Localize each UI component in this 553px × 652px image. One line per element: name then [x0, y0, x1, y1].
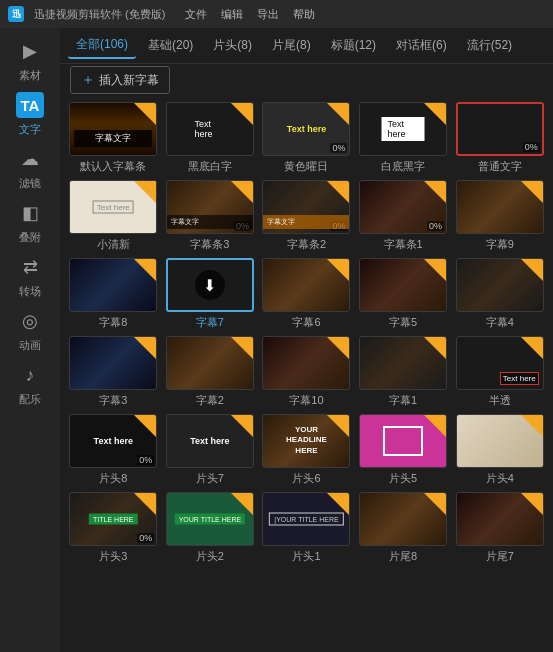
list-item[interactable]: 字幕2 — [165, 336, 256, 408]
menu-help[interactable]: 帮助 — [293, 7, 315, 22]
list-item[interactable]: 字幕1 — [358, 336, 449, 408]
thumb-outro7 — [456, 492, 544, 546]
thumb-sub3b — [69, 336, 157, 390]
list-item[interactable]: Text here 半透 — [454, 336, 545, 408]
download-icon: ⬇ — [195, 270, 225, 300]
sidebar-label-filter: 滤镜 — [19, 176, 41, 191]
sidebar-label-music: 配乐 — [19, 392, 41, 407]
thumb-sub9 — [456, 180, 544, 234]
list-item[interactable]: 片头4 — [454, 414, 545, 486]
item-label: 字幕1 — [389, 393, 417, 408]
menu-bar: 文件 编辑 导出 帮助 — [185, 7, 315, 22]
menu-file[interactable]: 文件 — [185, 7, 207, 22]
thumb-title3: 0% TITLE HERE — [69, 492, 157, 546]
list-item[interactable]: 字幕5 — [358, 258, 449, 330]
list-item[interactable]: 字幕8 — [68, 258, 159, 330]
thumb-halftrans: Text here — [456, 336, 544, 390]
item-label: 片头1 — [292, 549, 320, 564]
thumb-sub1: 0% — [359, 180, 447, 234]
grid-area[interactable]: 字幕文字 默认入字幕条 Text here 黑底白字 Tex — [60, 96, 553, 652]
item-label: 字幕2 — [196, 393, 224, 408]
tab-dialog[interactable]: 对话框(6) — [388, 33, 455, 58]
thumb-sub8 — [69, 258, 157, 312]
tab-title-tail[interactable]: 片尾(8) — [264, 33, 319, 58]
tab-title-head[interactable]: 片头(8) — [205, 33, 260, 58]
item-label: 黑底白字 — [188, 159, 232, 174]
list-item[interactable]: Text here 0% 黄色曜日 — [261, 102, 352, 174]
item-label: 字幕3 — [99, 393, 127, 408]
item-label: 片头7 — [196, 471, 224, 486]
sidebar-item-filter[interactable]: ☁ 滤镜 — [4, 142, 56, 194]
sidebar-label-overlay: 叠附 — [19, 230, 41, 245]
list-item[interactable]: 字幕4 — [454, 258, 545, 330]
play-icon: ▶ — [16, 37, 44, 65]
list-item[interactable]: 字幕10 — [261, 336, 352, 408]
sidebar-item-transition[interactable]: ⇄ 转场 — [4, 250, 56, 302]
thumb-black-white: Text here — [166, 102, 254, 156]
list-item[interactable]: Text here 黑底白字 — [165, 102, 256, 174]
item-label: 片头8 — [99, 471, 127, 486]
menu-edit[interactable]: 编辑 — [221, 7, 243, 22]
list-item[interactable]: 0% 字幕文字 字幕条3 — [165, 180, 256, 252]
list-item[interactable]: 字幕6 — [261, 258, 352, 330]
tab-all[interactable]: 全部(106) — [68, 32, 136, 59]
list-item[interactable]: 0% 字幕条1 — [358, 180, 449, 252]
sidebar-item-material[interactable]: ▶ 素材 — [4, 34, 56, 86]
list-item[interactable]: YOURHEADLINEHERE 片头6 — [261, 414, 352, 486]
list-item[interactable]: 片尾7 — [454, 492, 545, 564]
list-item[interactable]: YOUR TITLE HERE 片头2 — [165, 492, 256, 564]
list-item[interactable]: Text here 片头7 — [165, 414, 256, 486]
item-label: 片头4 — [486, 471, 514, 486]
list-item[interactable]: 0% TITLE HERE 片头3 — [68, 492, 159, 564]
list-item[interactable]: |YOUR TITLE HERE 片头1 — [261, 492, 352, 564]
list-item[interactable]: 片尾8 — [358, 492, 449, 564]
list-item[interactable]: 0% 普通文字 — [454, 102, 545, 174]
filter-icon: ☁ — [16, 145, 44, 173]
thumb-sub7: ⬇ — [166, 258, 254, 312]
music-icon: ♪ — [16, 361, 44, 389]
insert-label: 插入新字幕 — [99, 72, 159, 89]
sidebar-item-overlay[interactable]: ◧ 叠附 — [4, 196, 56, 248]
list-item[interactable]: Text here 白底黑字 — [358, 102, 449, 174]
transition-icon: ⇄ — [16, 253, 44, 281]
toolbar: ＋ 插入新字幕 — [60, 64, 553, 96]
list-item[interactable]: 片头5 — [358, 414, 449, 486]
item-label: 片尾7 — [486, 549, 514, 564]
tab-basic[interactable]: 基础(20) — [140, 33, 201, 58]
item-label: 白底黑字 — [381, 159, 425, 174]
item-label: 字幕7 — [196, 315, 224, 330]
list-item[interactable]: 0% 字幕文字 字幕条2 — [261, 180, 352, 252]
item-label: 默认入字幕条 — [80, 159, 146, 174]
animation-icon: ◎ — [16, 307, 44, 335]
menu-export[interactable]: 导出 — [257, 7, 279, 22]
thumb-title7: Text here — [166, 414, 254, 468]
app-logo: 迅 — [8, 6, 24, 22]
thumb-sub2b — [166, 336, 254, 390]
sidebar-item-animation[interactable]: ◎ 动画 — [4, 304, 56, 356]
list-item[interactable]: 字幕9 — [454, 180, 545, 252]
list-item[interactable]: ⬇ 字幕7 — [165, 258, 256, 330]
text-icon: TA — [16, 91, 44, 119]
sidebar-item-music[interactable]: ♪ 配乐 — [4, 358, 56, 410]
thumb-outro8 — [359, 492, 447, 546]
sidebar-label-material: 素材 — [19, 68, 41, 83]
thumb-default: 字幕文字 — [69, 102, 157, 156]
item-label: 片头6 — [292, 471, 320, 486]
tab-popular[interactable]: 流行(52) — [459, 33, 520, 58]
thumb-sub1b — [359, 336, 447, 390]
thumb-sub4 — [456, 258, 544, 312]
sidebar-item-text[interactable]: TA 文字 — [4, 88, 56, 140]
plus-icon: ＋ — [81, 71, 95, 89]
list-item[interactable]: 字幕3 — [68, 336, 159, 408]
list-item[interactable]: 字幕文字 默认入字幕条 — [68, 102, 159, 174]
thumb-sub2: 0% 字幕文字 — [262, 180, 350, 234]
thumb-white-black: Text here — [359, 102, 447, 156]
tab-caption[interactable]: 标题(12) — [323, 33, 384, 58]
app-title: 迅捷视频剪辑软件 (免费版) — [34, 7, 165, 22]
list-item[interactable]: 0% Text here 片头8 — [68, 414, 159, 486]
item-label: 字幕6 — [292, 315, 320, 330]
thumb-sub5 — [359, 258, 447, 312]
insert-button[interactable]: ＋ 插入新字幕 — [70, 66, 170, 94]
list-item[interactable]: Text here 小清新 — [68, 180, 159, 252]
item-label: 片头3 — [99, 549, 127, 564]
